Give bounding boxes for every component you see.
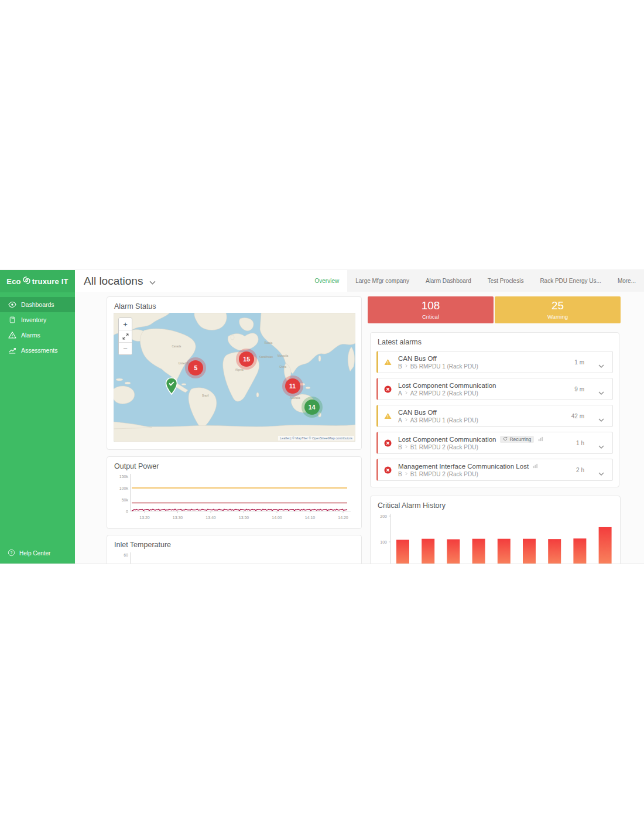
alarm-title: Management Interface Communication Lost [398,463,529,470]
map-country-label: China [279,366,286,368]
alarm-device: A3 RMPDU 1 (Rack PDU) [410,417,478,424]
critical-circle-icon [384,439,393,447]
dashboards-icon [8,301,16,309]
map-marker-critical[interactable]: 15 [239,351,254,367]
severity-card-critical[interactable]: 108Critical [368,296,494,323]
alarm-title-row: Management Interface Communication Lost [398,463,538,470]
map-zoom-out-button[interactable]: − [119,343,132,354]
alarm-device: A2 RMPDU 2 (Rack PDU) [410,390,478,397]
alarm-device: B1 RMPDU 2 (Rack PDU) [410,444,478,450]
output-power-chart: 050k100k150k13:2013:3013:4013:5014:0014:… [111,471,359,527]
alarm-activity-icon [538,436,543,443]
map-fullscreen-button[interactable] [119,330,132,343]
alarm-status-panel: Alarm Status CanadaUnited StatesBrazilRu… [107,296,362,450]
alarm-status-map[interactable]: CanadaUnited StatesBrazilRussiaKazakhsta… [114,313,355,442]
alarm-site: A [398,390,402,397]
help-icon: ? [8,549,15,558]
map-country-label: Mongolia [278,354,288,357]
expand-chevron-icon[interactable] [598,414,604,424]
warning-triangle-icon [384,359,393,366]
main-content: Alarm Status CanadaUnited StatesBrazilRu… [75,292,644,564]
panel-title: Inlet Temperature [114,541,361,549]
panel-title: Latest alarms [378,338,619,346]
expand-chevron-icon[interactable] [598,441,604,451]
svg-text:50k: 50k [122,498,129,502]
alarm-row[interactable]: Lost Component CommunicationAA2 RMPDU 2 … [376,378,613,400]
alarm-site: B [398,444,402,450]
alarm-list: CAN Bus OffBB5 RMPDU 1 (Rack PDU)1 mLost… [376,351,613,481]
map-zoom-in-button[interactable]: + [119,318,132,330]
alarm-row[interactable]: CAN Bus OffAA3 RMPDU 1 (Rack PDU)42 m [376,405,613,427]
world-map-land [114,313,355,442]
location-picker[interactable]: All locations [84,270,156,292]
map-country-label: Kazakhstan [259,355,273,358]
sidebar-item-inventory[interactable]: Inventory [0,312,75,327]
tab-rack-pdu-energy-us[interactable]: Rack PDU Energy Us... [532,270,609,292]
sidebar-item-dashboards[interactable]: Dashboards [0,297,75,312]
alarm-age: 1 h [576,440,584,446]
alarm-site: B [398,471,402,477]
alarm-texts: CAN Bus OffBB5 RMPDU 1 (Rack PDU) [398,355,478,370]
tab-overview[interactable]: Overview [306,270,347,292]
svg-text:100: 100 [380,540,387,544]
help-center-button[interactable]: ? Help Center [8,549,50,558]
map-marker-ok[interactable]: 14 [304,400,320,415]
expand-chevron-icon[interactable] [598,360,604,370]
alarms-icon [8,331,16,340]
alarm-age: 9 m [574,386,584,392]
recurring-icon [503,436,508,442]
tab-more[interactable]: More... [609,270,644,292]
sidebar-item-label: Alarms [21,332,40,339]
expand-chevron-icon[interactable] [598,467,604,478]
inlet-temperature-chart: 60 [111,549,359,564]
severity-card-warning[interactable]: 25Warning [495,296,621,323]
critical-alarm-history-chart: 100200 [374,510,620,564]
map-marker-ok-pin-icon[interactable] [165,377,179,395]
tab-test-proclesis[interactable]: Test Proclesis [479,270,532,292]
expand-chevron-icon[interactable] [598,387,604,397]
map-marker-critical[interactable]: 5 [188,360,203,375]
alarm-path: BB1 RMPDU 2 (Rack PDU) [398,471,538,477]
alarm-title: CAN Bus Off [398,409,437,416]
map-country-label: Algeria [235,368,244,371]
svg-text:13:30: 13:30 [173,515,183,520]
sidebar-menu: DashboardsInventoryAlarmsAssessments [0,297,75,358]
map-country-label: Russia [264,341,272,344]
map-attribution[interactable]: Leaflet | © MapTiler © OpenStreetMap con… [278,436,354,441]
alarm-title: Lost Component Communication [398,382,496,389]
svg-text:13:20: 13:20 [139,515,150,520]
alarm-path: BB1 RMPDU 2 (Rack PDU) [398,444,543,450]
map-marker-critical[interactable]: 11 [285,378,300,394]
alarm-title-row: Lost Component Communication [398,382,496,389]
chevron-down-icon [149,275,156,288]
alarm-texts: Management Interface Communication LostB… [398,463,538,477]
svg-text:13:50: 13:50 [239,515,249,520]
severity-label: Critical [368,313,494,320]
sidebar-item-assessments[interactable]: Assessments [0,343,75,358]
svg-text:150k: 150k [119,474,129,479]
logo: Eco truxure IT [0,270,75,292]
alarm-row[interactable]: CAN Bus OffBB5 RMPDU 1 (Rack PDU)1 m [376,351,613,373]
tab-large-mfgr-company[interactable]: Large Mfgr company [347,270,417,292]
alarm-age: 42 m [571,413,584,419]
map-country-label: Canada [172,345,181,348]
alarm-row[interactable]: Lost Component CommunicationRecurringBB1… [376,432,613,454]
ecostruxure-loop-icon [22,275,32,287]
severity-count: 25 [495,299,621,312]
map-country-label: Australia [290,397,300,400]
alarm-row[interactable]: Management Interface Communication LostB… [376,459,613,481]
dashboard-tabs: OverviewLarge Mfgr companyAlarm Dashboar… [306,270,644,292]
alarm-title: CAN Bus Off [398,355,437,362]
svg-text:13:40: 13:40 [205,515,216,520]
alarm-title-row: CAN Bus Off [398,409,478,416]
sidebar-item-alarms[interactable]: Alarms [0,327,75,343]
tab-alarm-dashboard[interactable]: Alarm Dashboard [417,270,479,292]
panel-title: Alarm Status [114,302,361,310]
logo-text-pre: Eco [6,277,20,286]
chevron-right-separator-icon [405,472,407,477]
panel-title: Critical Alarm History [378,501,620,510]
app-window: Eco truxure IT DashboardsInventoryAlarms… [0,269,644,564]
critical-circle-icon [384,466,393,474]
sidebar-item-label: Inventory [21,316,46,323]
alarm-age: 2 h [576,467,584,473]
